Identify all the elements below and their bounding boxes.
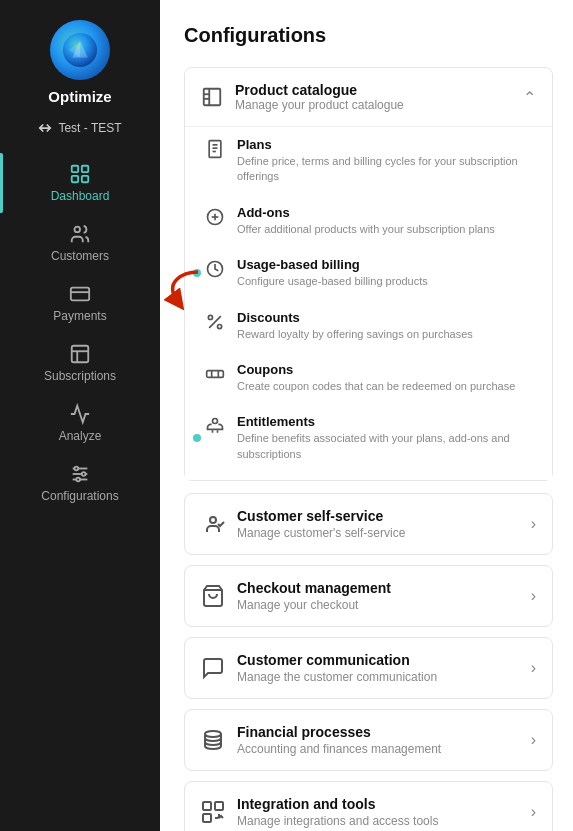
product-catalogue-text: Product catalogue Manage your product ca… <box>235 82 511 112</box>
checkout-desc: Manage your checkout <box>237 598 519 612</box>
customer-communication-row[interactable]: Customer communication Manage the custom… <box>184 637 553 699</box>
page-title: Configurations <box>184 24 553 47</box>
usage-billing-desc: Configure usage-based billing products <box>237 274 536 289</box>
svg-rect-42 <box>203 802 211 810</box>
checkout-text: Checkout management Manage your checkout <box>237 580 519 612</box>
addons-item[interactable]: Add-ons Offer additional products with y… <box>185 195 552 247</box>
sidebar-item-payments[interactable]: Payments <box>0 273 160 333</box>
coupons-icon <box>205 364 225 384</box>
integration-desc: Manage integrations and access tools <box>237 814 519 828</box>
svg-point-18 <box>76 478 80 482</box>
discounts-text: Discounts Reward loyalty by offering sav… <box>237 310 536 342</box>
discounts-item[interactable]: Discounts Reward loyalty by offering sav… <box>185 300 552 352</box>
svg-rect-43 <box>215 802 223 810</box>
sidebar-item-customers[interactable]: Customers <box>0 213 160 273</box>
plans-desc: Define price, terms and billing cycles f… <box>237 154 536 185</box>
chevron-right-icon: › <box>531 659 536 677</box>
sidebar-item-configurations[interactable]: Configurations <box>0 453 160 513</box>
svg-rect-19 <box>204 89 221 106</box>
usage-billing-item[interactable]: Usage-based billing Configure usage-base… <box>185 247 552 299</box>
financial-desc: Accounting and finances management <box>237 742 519 756</box>
plans-title: Plans <box>237 137 536 152</box>
book-icon <box>201 86 223 108</box>
svg-rect-35 <box>207 371 224 378</box>
entitlements-dot <box>193 434 201 442</box>
self-service-desc: Manage customer's self-service <box>237 526 519 540</box>
communication-title: Customer communication <box>237 652 519 668</box>
svg-rect-6 <box>82 176 88 182</box>
svg-point-33 <box>208 315 212 319</box>
discounts-title: Discounts <box>237 310 536 325</box>
svg-rect-44 <box>203 814 211 822</box>
sidebar-item-label: Dashboard <box>51 189 110 203</box>
integration-title: Integration and tools <box>237 796 519 812</box>
coupons-title: Coupons <box>237 362 536 377</box>
svg-point-16 <box>75 467 79 471</box>
plans-text: Plans Define price, terms and billing cy… <box>237 137 536 185</box>
addons-title: Add-ons <box>237 205 536 220</box>
sidebar-item-label: Analyze <box>59 429 102 443</box>
addons-text: Add-ons Offer additional products with y… <box>237 205 536 237</box>
chevron-right-icon: › <box>531 803 536 821</box>
svg-point-41 <box>205 731 221 737</box>
svg-rect-8 <box>71 288 89 301</box>
svg-point-38 <box>213 419 218 424</box>
discounts-icon <box>205 312 225 332</box>
sidebar-item-label: Customers <box>51 249 109 263</box>
account-name: Test - TEST <box>58 121 121 135</box>
coupons-text: Coupons Create coupon codes that can be … <box>237 362 536 394</box>
financial-processes-row[interactable]: Financial processes Accounting and finan… <box>184 709 553 771</box>
app-name: Optimize <box>48 88 111 105</box>
sidebar-item-subscriptions[interactable]: Subscriptions <box>0 333 160 393</box>
communication-icon <box>201 656 225 680</box>
integration-text: Integration and tools Manage integration… <box>237 796 519 828</box>
usage-billing-dot <box>193 269 201 277</box>
chevron-right-icon: › <box>531 587 536 605</box>
checkout-icon <box>201 584 225 608</box>
product-catalogue-subtitle: Manage your product catalogue <box>235 98 511 112</box>
account-switcher[interactable]: Test - TEST <box>38 121 121 135</box>
svg-rect-3 <box>72 166 78 172</box>
usage-billing-text: Usage-based billing Configure usage-base… <box>237 257 536 289</box>
usage-billing-icon <box>205 259 225 279</box>
addons-desc: Offer additional products with your subs… <box>237 222 536 237</box>
chevron-right-icon: › <box>531 515 536 533</box>
entitlements-text: Entitlements Define benefits associated … <box>237 414 536 462</box>
coupons-item[interactable]: Coupons Create coupon codes that can be … <box>185 352 552 404</box>
app-logo <box>50 20 110 80</box>
checkout-title: Checkout management <box>237 580 519 596</box>
product-catalogue-section: Product catalogue Manage your product ca… <box>184 67 553 481</box>
svg-point-39 <box>210 517 216 523</box>
sidebar-item-analyze[interactable]: Analyze <box>0 393 160 453</box>
sidebar-nav: Dashboard Customers Payments <box>0 153 160 513</box>
customer-self-service-row[interactable]: Customer self-service Manage customer's … <box>184 493 553 555</box>
sidebar: Optimize Test - TEST Dashboard <box>0 0 160 831</box>
financial-title: Financial processes <box>237 724 519 740</box>
self-service-title: Customer self-service <box>237 508 519 524</box>
communication-desc: Manage the customer communication <box>237 670 519 684</box>
self-service-text: Customer self-service Manage customer's … <box>237 508 519 540</box>
entitlements-desc: Define benefits associated with your pla… <box>237 431 536 462</box>
checkout-management-row[interactable]: Checkout management Manage your checkout… <box>184 565 553 627</box>
financial-icon <box>201 728 225 752</box>
addons-icon <box>205 207 225 227</box>
svg-point-34 <box>218 324 222 328</box>
integration-tools-row[interactable]: Integration and tools Manage integration… <box>184 781 553 831</box>
plans-item[interactable]: Plans Define price, terms and billing cy… <box>185 127 552 195</box>
chevron-right-icon: › <box>531 731 536 749</box>
sidebar-item-label: Subscriptions <box>44 369 116 383</box>
entitlements-item[interactable]: Entitlements Define benefits associated … <box>185 404 552 472</box>
financial-text: Financial processes Accounting and finan… <box>237 724 519 756</box>
product-catalogue-header[interactable]: Product catalogue Manage your product ca… <box>185 68 552 126</box>
usage-billing-title: Usage-based billing <box>237 257 536 272</box>
sub-items-list: Plans Define price, terms and billing cy… <box>185 126 552 480</box>
main-content: Configurations Product catalogue Manage … <box>160 0 573 831</box>
sidebar-item-dashboard[interactable]: Dashboard <box>0 153 160 213</box>
svg-rect-10 <box>72 346 89 363</box>
sidebar-item-label: Payments <box>53 309 106 323</box>
entitlements-icon <box>205 416 225 436</box>
svg-rect-4 <box>82 166 88 172</box>
self-service-icon <box>201 512 225 536</box>
svg-point-7 <box>75 227 81 233</box>
svg-line-32 <box>209 316 221 328</box>
